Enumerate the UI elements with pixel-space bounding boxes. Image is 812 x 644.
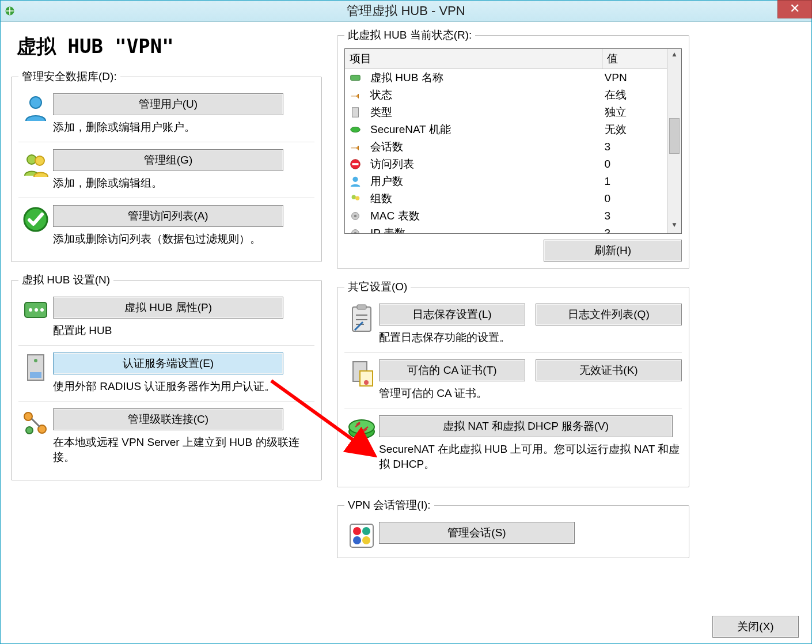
table-row[interactable]: SecureNAT 机能无效: [345, 121, 681, 138]
svg-point-1: [30, 97, 41, 108]
manage-groups-button[interactable]: 管理组(G): [53, 149, 283, 171]
hub-props-button[interactable]: 虚拟 HUB 属性(P): [53, 297, 283, 319]
hub-icon: [345, 69, 368, 87]
svg-point-24: [354, 215, 357, 218]
auth-server-item: 认证服务端设置(E) 使用外部 RADIUS 认证服务器作为用户认证。: [18, 345, 314, 401]
table-row[interactable]: 虚拟 HUB 名称VPN: [345, 69, 681, 87]
manage-users-desc: 添加，删除或编辑用户账户。: [53, 120, 314, 135]
manage-sessions-button[interactable]: 管理会话(S): [379, 522, 575, 544]
row-name: 状态: [368, 86, 602, 104]
nat-item: 虚拟 NAT 和虚拟 DHCP 服务器(V) SecureNAT 在此虚拟 HU…: [344, 408, 682, 479]
scroll-down-icon[interactable]: ▼: [669, 221, 680, 232]
check-icon: [18, 205, 53, 234]
invalid-cert-button[interactable]: 无效证书(K): [536, 359, 682, 381]
window-close-button[interactable]: ✕: [777, 0, 812, 18]
scrollbar[interactable]: ▲ ▼: [667, 49, 681, 233]
table-row[interactable]: 类型独立: [345, 104, 681, 121]
hub-props-item: 虚拟 HUB 属性(P) 配置此 HUB: [18, 293, 314, 345]
titlebar: 管理虚拟 HUB - VPN ✕: [1, 1, 811, 22]
svg-point-31: [364, 380, 369, 385]
plug-icon: [345, 86, 368, 104]
svg-point-22: [355, 196, 359, 200]
group-icon: [18, 149, 53, 178]
table-row[interactable]: MAC 表数3: [345, 207, 681, 225]
security-db-legend: 管理安全数据库(D):: [18, 69, 120, 84]
nat-dhcp-button[interactable]: 虚拟 NAT 和虚拟 DHCP 服务器(V): [379, 415, 673, 437]
row-name: MAC 表数: [368, 207, 602, 225]
table-row[interactable]: 用户数1: [345, 173, 681, 190]
cert-item: 可信的 CA 证书(T) 无效证书(K) 管理可信的 CA 证书。: [344, 352, 682, 408]
log-item: 日志保存设置(L) 日志文件列表(Q) 配置日志保存功能的设置。: [344, 300, 682, 352]
cascade-button[interactable]: 管理级联连接(C): [53, 408, 283, 430]
svg-rect-16: [352, 108, 359, 118]
table-row[interactable]: 组数0: [345, 190, 681, 207]
table-row[interactable]: 状态在线: [345, 86, 681, 104]
session-icon: [344, 522, 379, 550]
auth-server-button[interactable]: 认证服务端设置(E): [53, 353, 283, 374]
hub-props-desc: 配置此 HUB: [53, 323, 314, 338]
row-name: 组数: [368, 190, 602, 207]
refresh-button[interactable]: 刷新(H): [544, 240, 682, 262]
table-row[interactable]: IP 表数3: [345, 225, 681, 234]
ca-cert-button[interactable]: 可信的 CA 证书(T): [379, 359, 525, 381]
col-name[interactable]: 项目: [345, 49, 602, 69]
client-area: 虚拟 HUB "VPN" 管理安全数据库(D): 管理用户(U) 添加，删除或编…: [1, 22, 811, 564]
clipboard-icon: [344, 304, 379, 334]
manage-access-desc: 添加或删除访问列表（数据包过滤规则）。: [53, 232, 314, 247]
gear-icon: [345, 207, 368, 225]
log-list-button[interactable]: 日志文件列表(Q): [536, 304, 682, 325]
hub-props-icon: [18, 297, 53, 323]
server-icon: [18, 353, 53, 382]
svg-point-8: [40, 308, 44, 312]
status-table[interactable]: 项目 值 虚拟 HUB 名称VPN状态在线类型独立SecureNAT 机能无效会…: [344, 48, 682, 234]
window: 管理虚拟 HUB - VPN ✕ 虚拟 HUB "VPN" 管理安全数据库(D)…: [0, 0, 812, 644]
nat-desc: SecureNAT 在此虚拟 HUB 上可用。您可以运行虚拟 NAT 和虚拟 D…: [379, 442, 682, 472]
svg-rect-34: [350, 524, 373, 547]
status-group: 此虚拟 HUB 当前状态(R): 项目 值 虚拟 HUB 名称VPN状态在线类型…: [337, 28, 689, 269]
svg-point-6: [29, 308, 32, 312]
log-desc: 配置日志保存功能的设置。: [379, 330, 682, 345]
cascade-item: 管理级联连接(C) 在本地或远程 VPN Server 上建立到 HUB 的级联…: [18, 401, 314, 472]
row-name: SecureNAT 机能: [368, 121, 602, 138]
table-row[interactable]: 会话数3: [345, 138, 681, 156]
session-group: VPN 会话管理(I): 管理会话(S): [337, 498, 689, 558]
hub-settings-legend: 虚拟 HUB 设置(N): [18, 272, 113, 287]
user-icon: [18, 93, 53, 122]
cascade-icon: [18, 408, 53, 437]
scroll-up-icon[interactable]: ▲: [669, 50, 680, 62]
scroll-thumb[interactable]: [669, 118, 680, 154]
svg-point-37: [353, 536, 361, 544]
other-settings-legend: 其它设置(O): [344, 279, 411, 294]
close-button[interactable]: 关闭(X): [712, 616, 799, 638]
row-name: 虚拟 HUB 名称: [368, 69, 602, 87]
manage-users-button[interactable]: 管理用户(U): [53, 93, 283, 115]
manage-access-button[interactable]: 管理访问列表(A): [53, 205, 283, 227]
table-row[interactable]: 访问列表0: [345, 156, 681, 173]
svg-point-14: [26, 427, 33, 434]
gear-icon: [345, 225, 368, 234]
svg-point-36: [362, 527, 370, 535]
cascade-desc: 在本地或远程 VPN Server 上建立到 HUB 的级联连接。: [53, 435, 314, 465]
svg-point-17: [351, 127, 361, 132]
row-name: 类型: [368, 104, 602, 121]
svg-point-3: [35, 156, 44, 165]
noentry-icon: [345, 156, 368, 173]
svg-point-7: [35, 308, 38, 312]
session-legend: VPN 会话管理(I):: [344, 498, 434, 513]
session-item: 管理会话(S): [344, 518, 682, 550]
svg-point-20: [352, 177, 358, 182]
user-blue-icon: [345, 173, 368, 190]
router-icon: [344, 415, 379, 440]
svg-point-35: [353, 527, 361, 535]
svg-rect-19: [352, 164, 359, 166]
disk-green-icon: [345, 121, 368, 138]
app-icon: [4, 5, 16, 17]
row-name: 用户数: [368, 173, 602, 190]
svg-point-11: [34, 359, 37, 362]
security-db-group: 管理安全数据库(D): 管理用户(U) 添加，删除或编辑用户账户。: [11, 69, 322, 262]
svg-rect-28: [357, 305, 366, 309]
log-settings-button[interactable]: 日志保存设置(L): [379, 304, 525, 325]
svg-point-12: [24, 412, 32, 421]
svg-point-38: [362, 536, 370, 544]
svg-rect-10: [30, 372, 41, 378]
